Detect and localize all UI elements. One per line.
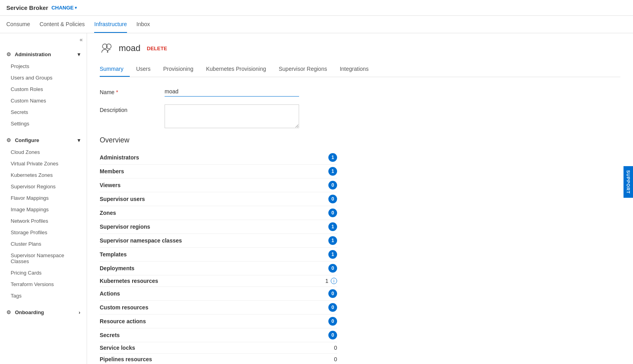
sidebar-section-configure: ⚙ Configure ▾ Cloud Zones Virtual Privat…: [0, 132, 87, 304]
overview-row-supervisor-regions: Supervisor regions 1: [100, 220, 337, 234]
badge-supervisor-regions: 1: [328, 222, 337, 231]
info-icon[interactable]: i: [331, 278, 337, 284]
chevron-down-icon: ▾: [78, 137, 80, 143]
project-header: moad DELETE: [100, 41, 620, 55]
overview-section: Overview Administrators 1 Members 1 View…: [100, 136, 620, 364]
overview-row-supervisor-users: Supervisor users 0: [100, 192, 337, 206]
overview-title: Overview: [100, 136, 620, 144]
sidebar: « ⚙ Administration ▾ Projects Users and …: [0, 33, 87, 364]
project-name: moad: [119, 43, 140, 53]
overview-row-viewers: Viewers 0: [100, 178, 337, 192]
sidebar-item-virtual-private-zones[interactable]: Virtual Private Zones: [0, 158, 87, 169]
name-input[interactable]: [165, 87, 299, 97]
body-layout: « ⚙ Administration ▾ Projects Users and …: [0, 33, 633, 364]
badge-secrets: 0: [328, 331, 337, 339]
nav-tab-infrastructure[interactable]: Infrastructure: [94, 16, 127, 33]
badge-viewers: 0: [328, 181, 337, 190]
overview-row-kubernetes-resources: Kubernetes resources 1 i: [100, 275, 337, 287]
sidebar-item-terraform-versions[interactable]: Terraform Versions: [0, 279, 87, 290]
content-tabs: Summary Users Provisioning Kubernetes Pr…: [100, 62, 620, 77]
overview-row-deployments: Deployments 0: [100, 262, 337, 275]
badge-deployments: 0: [328, 264, 337, 273]
chevron-down-icon: ▾: [78, 51, 80, 57]
sidebar-item-secrets[interactable]: Secrets: [0, 106, 87, 118]
nav-tab-inbox[interactable]: Inbox: [136, 16, 150, 33]
badge-supervisor-namespace-classes: 1: [328, 236, 337, 245]
sidebar-item-supervisor-namespace-classes[interactable]: Supervisor Namespace Classes: [0, 250, 87, 267]
sidebar-item-pricing-cards[interactable]: Pricing Cards: [0, 267, 87, 279]
content-tab-summary[interactable]: Summary: [100, 62, 130, 77]
gear-icon: ⚙: [6, 51, 11, 57]
overview-row-zones: Zones 0: [100, 206, 337, 220]
sidebar-section-administration: ⚙ Administration ▾ Projects Users and Gr…: [0, 46, 87, 132]
project-icon: [100, 41, 114, 55]
content-tab-integrations[interactable]: Integrations: [334, 62, 375, 77]
sidebar-item-projects[interactable]: Projects: [0, 61, 87, 72]
sidebar-section-header-onboarding[interactable]: ⚙ Onboarding ›: [0, 306, 87, 318]
nav-tab-consume[interactable]: Consume: [6, 16, 30, 33]
chevron-right-icon: ›: [79, 309, 80, 315]
overview-row-supervisor-namespace-classes: Supervisor namespace classes 1: [100, 234, 337, 248]
overview-row-custom-resources: Custom resources 0: [100, 301, 337, 315]
content-tab-provisioning[interactable]: Provisioning: [157, 62, 199, 77]
sidebar-item-cluster-plans[interactable]: Cluster Plans: [0, 238, 87, 250]
badge-supervisor-users: 0: [328, 195, 337, 203]
sidebar-item-flavor-mappings[interactable]: Flavor Mappings: [0, 192, 87, 204]
badge-actions: 0: [328, 289, 337, 298]
sidebar-section-onboarding: ⚙ Onboarding ›: [0, 304, 87, 321]
sidebar-item-tags[interactable]: Tags: [0, 290, 87, 301]
support-tab[interactable]: SUPPORT: [624, 166, 633, 198]
content-tab-users[interactable]: Users: [130, 62, 157, 77]
form-row-name: Name *: [100, 87, 620, 97]
badge-custom-resources: 0: [328, 303, 337, 312]
content-tab-kubernetes-provisioning[interactable]: Kubernetes Provisioning: [200, 62, 273, 77]
app-title: Service Broker: [6, 4, 48, 11]
delete-button[interactable]: DELETE: [147, 46, 167, 51]
overview-row-resource-actions: Resource actions 0: [100, 315, 337, 328]
sidebar-item-storage-profiles[interactable]: Storage Profiles: [0, 227, 87, 238]
sidebar-item-network-profiles[interactable]: Network Profiles: [0, 215, 87, 227]
name-label: Name *: [100, 87, 155, 95]
badge-zones: 0: [328, 209, 337, 217]
badge-members: 1: [328, 167, 337, 176]
description-label: Description: [100, 104, 155, 113]
count-service-locks: 0: [334, 345, 337, 351]
sidebar-item-users-groups[interactable]: Users and Groups: [0, 72, 87, 83]
change-button[interactable]: CHANGE ▾: [51, 5, 77, 11]
sidebar-collapse: «: [0, 33, 87, 46]
gear-icon: ⚙: [6, 309, 11, 315]
main-content: moad DELETE Summary Users Provisioning K…: [87, 33, 633, 364]
sidebar-item-cloud-zones[interactable]: Cloud Zones: [0, 146, 87, 158]
sidebar-collapse-button[interactable]: «: [80, 36, 83, 43]
overview-row-secrets: Secrets 0: [100, 328, 337, 342]
nav-tabs: Consume Content & Policies Infrastructur…: [0, 16, 633, 33]
overview-row-templates: Templates 1: [100, 248, 337, 262]
sidebar-item-settings[interactable]: Settings: [0, 118, 87, 129]
badge-administrators: 1: [328, 153, 337, 162]
required-indicator: *: [116, 89, 118, 95]
badge-resource-actions: 0: [328, 317, 337, 326]
badge-templates: 1: [328, 250, 337, 259]
gear-icon: ⚙: [6, 137, 11, 143]
sidebar-item-custom-names[interactable]: Custom Names: [0, 95, 87, 106]
sidebar-item-custom-roles[interactable]: Custom Roles: [0, 83, 87, 95]
overview-row-administrators: Administrators 1: [100, 151, 337, 165]
overview-row-members: Members 1: [100, 165, 337, 178]
sidebar-item-image-mappings[interactable]: Image Mappings: [0, 204, 87, 215]
sidebar-section-header-configure[interactable]: ⚙ Configure ▾: [0, 134, 87, 146]
sidebar-item-supervisor-regions[interactable]: Supervisor Regions: [0, 181, 87, 192]
overview-table: Administrators 1 Members 1 Viewers 0 Sup…: [100, 151, 337, 364]
count-pipelines-resources: 0: [334, 356, 337, 362]
count-kubernetes-resources: 1 i: [325, 278, 337, 284]
chevron-down-icon: ▾: [75, 6, 77, 10]
nav-tab-content-policies[interactable]: Content & Policies: [40, 16, 85, 33]
form-row-description: Description: [100, 104, 620, 128]
overview-row-actions: Actions 0: [100, 287, 337, 301]
description-textarea[interactable]: [165, 104, 299, 128]
overview-row-service-locks: Service locks 0: [100, 342, 337, 354]
top-bar: Service Broker CHANGE ▾: [0, 0, 633, 16]
content-tab-supervisor-regions[interactable]: Supervisor Regions: [273, 62, 334, 77]
sidebar-item-kubernetes-zones[interactable]: Kubernetes Zones: [0, 169, 87, 181]
sidebar-section-header-administration[interactable]: ⚙ Administration ▾: [0, 48, 87, 61]
overview-row-pipelines-resources: Pipelines resources 0: [100, 354, 337, 364]
